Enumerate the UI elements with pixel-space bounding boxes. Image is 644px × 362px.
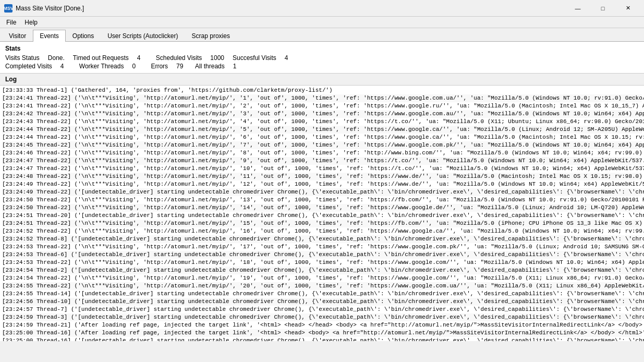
- log-line: [23:24:59 Thread-21] ('After loading ref…: [2, 321, 642, 329]
- log-container[interactable]: [23:33:33 Thread-1] ('Gathered', 164, 'p…: [0, 86, 644, 341]
- tab-bar: Visitor Events Options User Scripts (Aut…: [0, 28, 644, 42]
- window-controls: — □ ✕: [566, 2, 640, 15]
- log-line: [23:24:49 Thread-22] ('[undetectable_dri…: [2, 188, 642, 196]
- scheduled-visits-value: 1000: [210, 54, 224, 62]
- successful-visits-value: 4: [285, 54, 295, 62]
- log-line: [23:24:47 Thread-22] ('\n\t***Visiting',…: [2, 157, 642, 165]
- log-line: [23:24:51 Thread-20] ('[undetectable_dri…: [2, 212, 642, 220]
- minimize-button[interactable]: —: [566, 2, 590, 15]
- timed-out-requests-value: 4: [137, 54, 148, 62]
- worker-threads-value: 0: [132, 63, 142, 70]
- log-line: [23:24:55 Thread-22] ('\n\t***Visiting',…: [2, 282, 642, 290]
- visits-status-label: Visits Status: [5, 54, 40, 62]
- log-line: [23:24:48 Thread-22] ('\n\t***Visiting',…: [2, 173, 642, 180]
- log-line: [23:33:33 Thread-1] ('Gathered', 164, 'p…: [2, 87, 642, 94]
- timed-out-requests-label: Timed out Requests: [73, 54, 129, 62]
- completed-visits-label: Completed Visits: [5, 63, 52, 70]
- log-line: [23:24:53 Thread-22] ('\n\t***Visiting',…: [2, 259, 642, 267]
- tab-options[interactable]: Options: [66, 30, 101, 42]
- window-title: Mass Site Visitor [Done.]: [16, 5, 566, 12]
- log-line: [23:24:47 Thread-22] ('\n\t***Visiting',…: [2, 165, 642, 173]
- menu-bar: File Help: [0, 17, 644, 28]
- log-line: [23:24:44 Thread-22] ('\n\t***Visiting',…: [2, 126, 642, 134]
- log-title: Log: [0, 74, 644, 86]
- log-line: [23:24:53 Thread-22] ('\n\t***Visiting',…: [2, 243, 642, 251]
- log-line: [23:24:56 Thread-10] ('[undetectable_dri…: [2, 298, 642, 306]
- close-button[interactable]: ✕: [616, 2, 640, 15]
- tab-scrap-proxies[interactable]: Scrap proxies: [185, 30, 237, 42]
- log-line: [23:24:55 Thread-14] ('[undetectable_dri…: [2, 290, 642, 298]
- title-bar: MSV Mass Site Visitor [Done.] — □ ✕: [0, 0, 644, 17]
- log-line: [23:24:50 Thread-22] ('\n\t***Visiting',…: [2, 196, 642, 204]
- menu-file[interactable]: File: [2, 18, 20, 27]
- log-line: [23:24:54 Thread-22] ('\n\t***Visiting',…: [2, 274, 642, 282]
- stats-panel: Stats Visits Status Done. Timed out Requ…: [0, 42, 644, 74]
- errors-value: 79: [176, 63, 187, 70]
- log-line: [23:24:44 Thread-22] ('\n\t***Visiting',…: [2, 134, 642, 141]
- log-line: [23:24:52 Thread-22] ('\n\t***Visiting',…: [2, 227, 642, 235]
- app-icon: MSV: [4, 4, 13, 13]
- completed-visits-value: 4: [60, 63, 71, 70]
- log-line: [23:25:00 Thread-16] ('After loading ref…: [2, 329, 642, 337]
- tab-events[interactable]: Events: [33, 30, 66, 42]
- log-line: [23:24:43 Thread-22] ('\n\t***Visiting',…: [2, 118, 642, 126]
- tab-visitor[interactable]: Visitor: [2, 30, 33, 42]
- maximize-button[interactable]: □: [591, 2, 615, 15]
- log-line: [23:24:52 Thread-8] ('[undetectable_driv…: [2, 235, 642, 243]
- successful-visits-label: Succesful Visits: [233, 54, 276, 62]
- tab-user-scripts[interactable]: User Scripts (Autoclicker): [101, 30, 185, 42]
- all-threads-label: All threads: [195, 63, 225, 70]
- log-line: [23:24:57 Thread-7] ('[undetectable_driv…: [2, 306, 642, 313]
- log-line: [23:24:49 Thread-22] ('\n\t***Visiting',…: [2, 180, 642, 188]
- visits-status-value: Done.: [48, 54, 65, 62]
- log-section: Log [23:33:33 Thread-1] ('Gathered', 164…: [0, 74, 644, 341]
- log-line: [23:25:00 Thread-16] ('[undetectable_dri…: [2, 337, 642, 341]
- stats-title: Stats: [5, 45, 639, 52]
- scheduled-visits-label: Scheduled Visits: [156, 54, 202, 62]
- all-threads-value: 1: [233, 63, 244, 70]
- menu-help[interactable]: Help: [20, 18, 42, 27]
- log-line: [23:24:41 Thread-22] ('\n\t***Visiting',…: [2, 102, 642, 110]
- log-line: [23:24:53 Thread-6] ('[undetectable_driv…: [2, 251, 642, 259]
- log-line: [23:24:59 Thread-3] ('[undetectable_driv…: [2, 313, 642, 321]
- log-line: [23:24:54 Thread-2] ('[undetectable_driv…: [2, 267, 642, 274]
- log-line: [23:24:50 Thread-22] ('\n\t***Visiting',…: [2, 204, 642, 212]
- log-line: [23:24:51 Thread-22] ('\n\t***Visiting',…: [2, 220, 642, 227]
- log-line: [23:24:46 Thread-22] ('\n\t***Visiting',…: [2, 149, 642, 157]
- log-line: [23:24:45 Thread-22] ('\n\t***Visiting',…: [2, 141, 642, 149]
- errors-label: Errors: [151, 63, 168, 70]
- log-line: [23:24:42 Thread-22] ('\n\t***Visiting',…: [2, 110, 642, 118]
- log-line: [23:24:41 Thread-22] ('\n\t***Visiting',…: [2, 94, 642, 102]
- worker-threads-label: Worker Threads: [79, 63, 124, 70]
